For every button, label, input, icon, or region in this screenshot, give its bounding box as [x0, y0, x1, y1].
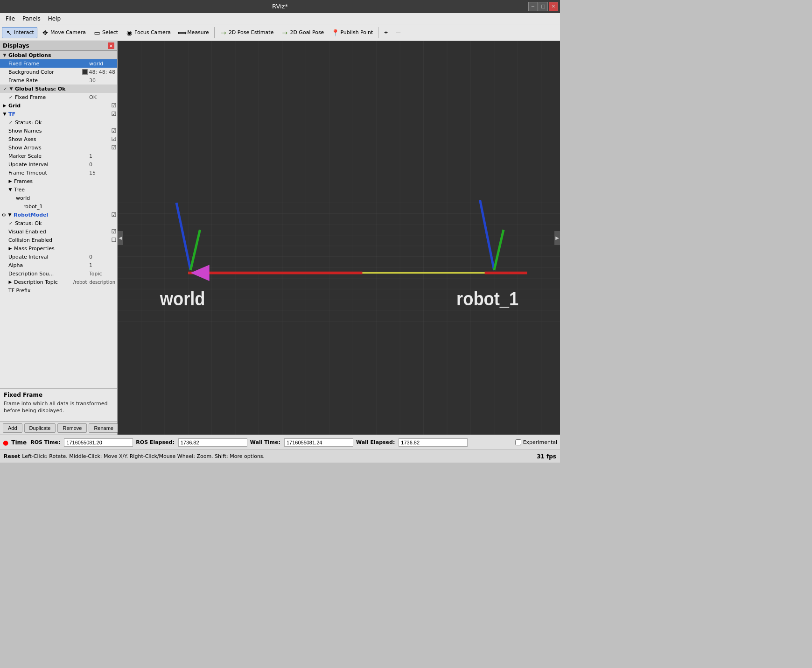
tree-row-collision-enabled[interactable]: Collision Enabled ☐	[0, 236, 117, 244]
collision-enabled-check[interactable]: ☐	[111, 237, 117, 243]
tree-row-frames[interactable]: ▶ Frames	[0, 177, 117, 185]
menu-panels[interactable]: Panels	[19, 14, 44, 23]
visual-enabled-check[interactable]: ☑	[111, 228, 117, 235]
show-arrows-check[interactable]: ☑	[111, 144, 117, 151]
rename-button[interactable]: Rename	[89, 423, 119, 433]
collapse-right-handle[interactable]: ▶	[554, 231, 560, 245]
global-options-arrow[interactable]: ▼	[2, 53, 7, 57]
reset-button[interactable]: Reset	[4, 453, 20, 459]
visual-enabled-label: Visual Enabled	[7, 229, 111, 235]
tree-row-bg-color[interactable]: Background Color 48; 48; 48	[0, 68, 117, 76]
svg-line-39	[494, 230, 504, 270]
robot-model-arrow[interactable]: ▼	[7, 212, 13, 217]
ros-elapsed-input[interactable]	[178, 438, 247, 447]
wall-elapsed-input[interactable]	[399, 438, 468, 447]
tf-check[interactable]: ☑	[111, 111, 117, 117]
grid-arrow[interactable]: ▶	[2, 103, 7, 108]
tree-row-fixed-frame-ok[interactable]: ✓ Fixed Frame OK	[0, 93, 117, 101]
wall-time-input[interactable]	[284, 438, 353, 447]
toolbar-measure[interactable]: ⟺ Measure	[175, 27, 212, 38]
close-button[interactable]: ✕	[549, 2, 558, 11]
global-status-arrow[interactable]: ▼	[8, 86, 14, 91]
desc-source-label: Description Sou...	[7, 271, 89, 277]
grid-label: Grid	[7, 103, 111, 109]
ros-time-input[interactable]	[64, 438, 133, 447]
tree-row-frame-timeout[interactable]: Frame Timeout 15	[0, 169, 117, 177]
experimental-checkbox[interactable]	[515, 439, 521, 445]
robot-model-check[interactable]: ☑	[111, 211, 117, 218]
tree-row-update-interval[interactable]: Update Interval 0	[0, 160, 117, 169]
tree-row-robot-status[interactable]: ✓ Status: Ok	[0, 219, 117, 227]
tree-row-world[interactable]: world	[0, 194, 117, 202]
world-node-label: world	[15, 195, 117, 201]
desc-topic-label: Description Topic	[13, 279, 73, 285]
tree-row-alpha[interactable]: Alpha 1	[0, 261, 117, 269]
update-interval-label: Update Interval	[7, 162, 89, 168]
tree-row-tf-prefix[interactable]: TF Prefix	[0, 286, 117, 295]
toolbar-2d-pose[interactable]: → 2D Pose Estimate	[217, 27, 277, 38]
measure-label: Measure	[187, 29, 209, 35]
desc-source-value: Topic	[89, 271, 117, 277]
tree-row-tf[interactable]: ▼ TF ☑	[0, 110, 117, 118]
tf-arrow[interactable]: ▼	[2, 112, 7, 116]
update-interval2-value: 0	[89, 254, 117, 260]
show-axes-check[interactable]: ☑	[111, 136, 117, 142]
tree-row-update-interval2[interactable]: Update Interval 0	[0, 253, 117, 261]
menu-file[interactable]: File	[2, 14, 19, 23]
remove-button[interactable]: Remove	[57, 423, 87, 433]
tree-row-show-arrows[interactable]: Show Arrows ☑	[0, 143, 117, 152]
publish-point-label: Publish Point	[340, 29, 373, 35]
tree-row-show-axes[interactable]: Show Axes ☑	[0, 135, 117, 143]
toolbar-plus[interactable]: +	[380, 28, 391, 37]
maximize-button[interactable]: □	[539, 2, 548, 11]
tree-node-arrow[interactable]: ▼	[7, 187, 13, 192]
toolbar-move-camera[interactable]: ✥ Move Camera	[38, 27, 89, 38]
toolbar-focus-camera[interactable]: ◉ Focus Camera	[122, 27, 174, 38]
grid-check[interactable]: ☑	[111, 102, 117, 109]
2d-goal-icon: →	[281, 29, 288, 36]
toolbar-2d-goal[interactable]: → 2D Goal Pose	[278, 27, 327, 38]
fps-display: 31 fps	[537, 453, 556, 460]
tree-row-desc-topic[interactable]: ▶ Description Topic /robot_description	[0, 278, 117, 286]
menu-help[interactable]: Help	[44, 14, 64, 23]
tree-row-robot1[interactable]: robot_1	[0, 202, 117, 211]
displays-close-button[interactable]: ✕	[108, 42, 114, 49]
wall-elapsed-label: Wall Elapsed:	[356, 439, 395, 445]
toolbar-interact[interactable]: ↖ Interact	[2, 27, 37, 38]
desc-topic-arrow[interactable]: ▶	[7, 280, 13, 284]
tree-row-desc-source[interactable]: Description Sou... Topic	[0, 269, 117, 278]
minimize-button[interactable]: −	[528, 2, 538, 11]
duplicate-button[interactable]: Duplicate	[24, 423, 56, 433]
tree-row-visual-enabled[interactable]: Visual Enabled ☑	[0, 227, 117, 236]
displays-tree[interactable]: ▼ Global Options Fixed Frame world Backg…	[0, 51, 117, 388]
mass-properties-arrow[interactable]: ▶	[7, 246, 13, 251]
add-button[interactable]: Add	[3, 423, 22, 433]
show-arrows-label: Show Arrows	[7, 145, 111, 151]
tree-row-marker-scale[interactable]: Marker Scale 1	[0, 152, 117, 160]
toolbar-publish-point[interactable]: 📍 Publish Point	[328, 27, 376, 38]
tree-row-global-status[interactable]: ✓ ▼ Global Status: Ok	[0, 84, 117, 93]
tree-row-fixed-frame[interactable]: Fixed Frame world	[0, 59, 117, 68]
tree-row-tf-status[interactable]: ✓ Status: Ok	[0, 118, 117, 127]
toolbar-minus[interactable]: —	[392, 28, 404, 37]
tree-row-global-options[interactable]: ▼ Global Options	[0, 51, 117, 59]
tree-row-grid[interactable]: ▶ Grid ☑	[0, 101, 117, 110]
time-panel-close[interactable]: ●	[3, 439, 8, 446]
tree-row-frame-rate[interactable]: Frame Rate 30	[0, 76, 117, 84]
viewport[interactable]: world robot_1 ◀ ▶	[118, 41, 560, 435]
collapse-left-handle[interactable]: ◀	[118, 231, 123, 245]
show-names-check[interactable]: ☑	[111, 127, 117, 134]
frame-rate-value: 30	[89, 77, 117, 84]
tree-row-show-names[interactable]: Show Names ☑	[0, 127, 117, 135]
toolbar-select[interactable]: ▭ Select	[90, 27, 121, 38]
tree-row-tree[interactable]: ▼ Tree	[0, 185, 117, 194]
interact-label: Interact	[14, 29, 34, 35]
marker-scale-label: Marker Scale	[7, 153, 89, 159]
toolbar-sep1	[214, 27, 215, 38]
tree-row-robot-model[interactable]: ⚙ ▼ RobotModel ☑	[0, 211, 117, 219]
info-description: Frame into which all data is transformed…	[4, 400, 113, 415]
update-interval2-label: Update Interval	[7, 254, 89, 260]
tree-row-mass-properties[interactable]: ▶ Mass Properties	[0, 244, 117, 253]
frames-arrow[interactable]: ▶	[7, 179, 13, 183]
displays-header: Displays ✕	[0, 41, 117, 51]
